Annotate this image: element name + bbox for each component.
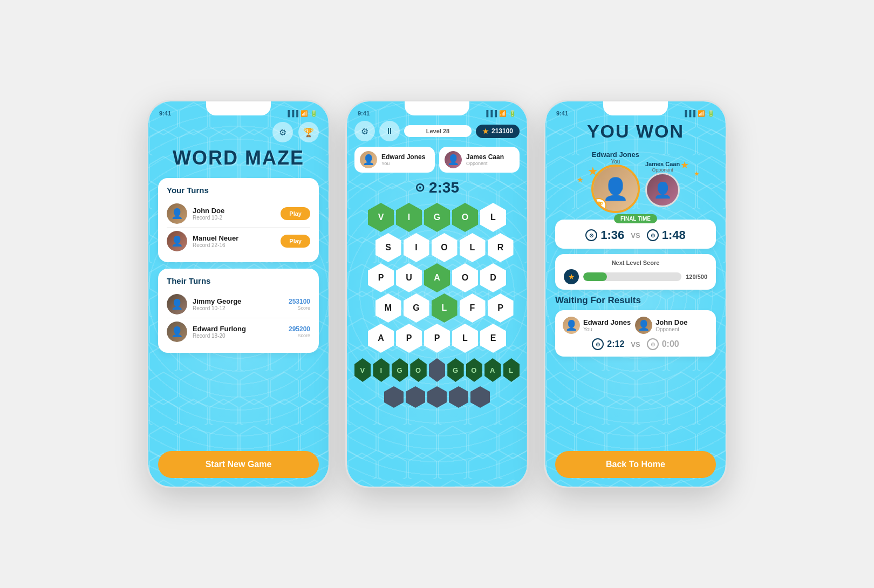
score-jimmy: 253100 Score [289, 298, 310, 311]
phone-1: 9:41 ▐▐▐ 📶 🔋 ⚙ 🏆 WORD MAZE Your Turns [147, 100, 330, 488]
w-name-1: Edward Jones [583, 318, 631, 326]
w-vs: VS [631, 340, 640, 348]
hex-P1[interactable]: P [368, 263, 394, 292]
play-john-button[interactable]: Play [281, 207, 310, 220]
player-john: 👤 John Doe Record 10-2 Play [167, 200, 310, 227]
back-to-home-button[interactable]: Back To Home [555, 451, 716, 478]
hex-L2[interactable]: L [460, 233, 486, 262]
time-value-2: 1:48 [662, 228, 686, 242]
hex-P2[interactable]: P [488, 293, 514, 323]
wh-G: G [392, 358, 408, 382]
score-label-jimmy: Score [289, 305, 310, 311]
waiting-player-1: 👤 Edward Jones You [563, 317, 631, 334]
score-num-jimmy: 253100 [289, 298, 310, 305]
hex-O3[interactable]: O [452, 263, 478, 292]
score-badge: ★ 213100 [476, 125, 520, 138]
face-p2-1: 👤 [360, 151, 377, 168]
players-bar: 👤 Edward Jones You 👤 James Caan [354, 147, 520, 173]
clock-icon-2: ⊙ [647, 229, 659, 241]
start-new-game-button[interactable]: Start New Game [158, 451, 319, 478]
pb-role-1: You [381, 161, 425, 166]
face-jimmy: 👤 [167, 294, 187, 314]
w-info-2: John Doe Opponent [656, 318, 687, 332]
wh-G2: G [447, 358, 463, 382]
progress-star-icon: ★ [564, 269, 579, 284]
winner-role: You [611, 159, 620, 165]
hex-O1[interactable]: O [452, 203, 478, 232]
wifi-icon-1: 📶 [301, 110, 308, 117]
p3-content: YOU WON ★ ★ ★ Edward Jones You 👤 🏆 [545, 121, 726, 487]
progress-text: 120/500 [686, 274, 707, 280]
hex-A2[interactable]: A [368, 324, 394, 353]
your-turns-title: Your Turns [167, 186, 310, 195]
hex-row-2: S I O L R [375, 233, 514, 262]
star-icon: ★ [482, 127, 489, 135]
signal-icon-1: ▐▐▐ [286, 110, 298, 117]
w-time-2: 0:00 [662, 339, 679, 349]
hex-M[interactable]: M [375, 293, 401, 323]
word-display: V I G O G O A L [354, 358, 520, 382]
time-entry-2: ⊙ 1:48 [647, 228, 686, 242]
gear-button[interactable]: ⚙ [272, 122, 293, 142]
wh-blank [429, 358, 445, 382]
hex-V[interactable]: V [368, 203, 394, 232]
avatar-jimmy: 👤 [167, 294, 187, 314]
hex-P3[interactable]: P [396, 324, 422, 353]
dh-5 [470, 386, 490, 408]
hex-A[interactable]: A [424, 263, 450, 292]
battery-icon-1: 🔋 [310, 110, 318, 117]
hex-grid: V I G O L S I O L R [354, 203, 520, 353]
hex-I2[interactable]: I [404, 233, 429, 262]
hex-G[interactable]: G [424, 203, 450, 232]
avatar-edward-f: 👤 [167, 322, 187, 342]
time-3: 9:41 [556, 110, 568, 117]
w-face-1: 👤 [563, 317, 580, 334]
w-role-1: You [583, 326, 631, 332]
hex-P4[interactable]: P [424, 324, 450, 353]
face-p2-2: 👤 [445, 151, 462, 168]
winner-name: Edward Jones [592, 151, 639, 159]
opp-avatar: 👤 [645, 173, 680, 207]
time-entry-1: ⊙ 1:36 [585, 228, 624, 242]
waiting-card: 👤 Edward Jones You 👤 [555, 310, 716, 357]
hex-S[interactable]: S [375, 233, 401, 262]
p2-content: ⚙ ⏸ Level 28 ★ 213100 👤 Edward Jones [347, 121, 527, 487]
waiting-players: 👤 Edward Jones You 👤 [563, 317, 708, 334]
hex-D[interactable]: D [480, 263, 506, 292]
w-avatar-1: 👤 [563, 317, 580, 334]
opp-name: James Caan [645, 161, 680, 167]
hex-E[interactable]: E [480, 324, 506, 353]
player-badge-1: 👤 Edward Jones You [354, 147, 435, 173]
p2-topbar: ⚙ ⏸ Level 28 ★ 213100 [354, 121, 520, 141]
pause-button[interactable]: ⏸ [379, 121, 400, 141]
hex-L1[interactable]: L [480, 203, 506, 232]
record-edward-f: Record 18-20 [193, 333, 283, 339]
hex-R[interactable]: R [488, 233, 514, 262]
time-1: 9:41 [159, 110, 171, 117]
winner-section: ★ ★ ★ Edward Jones You 👤 🏆 James Caan Op… [555, 148, 716, 213]
name-edward-f: Edward Furlong [193, 325, 283, 333]
hex-F[interactable]: F [460, 293, 486, 323]
hex-I1[interactable]: I [396, 203, 422, 232]
trophy-button[interactable]: 🏆 [298, 122, 319, 142]
gear-button-2[interactable]: ⚙ [354, 121, 375, 141]
progress-bar-fill [583, 272, 607, 281]
w-time-entry-2: ⊙ 0:00 [647, 338, 679, 350]
hex-L4[interactable]: L [452, 324, 478, 353]
wh-V: V [354, 358, 371, 382]
app-title: WORD MAZE [158, 147, 319, 169]
waiting-time-row: ⊙ 2:12 VS ⊙ 0:00 [563, 338, 708, 350]
avatar-p2-1: 👤 [360, 151, 377, 168]
player-jimmy: 👤 Jimmy George Record 10-12 253100 Score [167, 291, 310, 318]
hex-U[interactable]: U [396, 263, 422, 292]
play-manuel-button[interactable]: Play [281, 235, 310, 248]
hex-G2[interactable]: G [404, 293, 429, 323]
score-value: 213100 [491, 127, 513, 135]
name-jimmy: Jimmy George [193, 297, 283, 305]
hex-O2[interactable]: O [432, 233, 458, 262]
record-john: Record 10-2 [193, 215, 275, 221]
wh-I: I [373, 358, 389, 382]
hex-L3[interactable]: L [432, 293, 458, 323]
timer-row: ⊙ 2:35 [354, 179, 520, 196]
waiting-player-2: 👤 John Doe Opponent [635, 317, 687, 334]
